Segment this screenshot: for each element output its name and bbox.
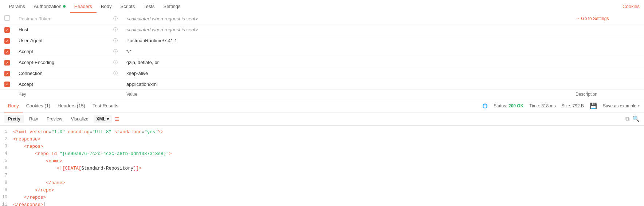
row-checkbox-5[interactable] bbox=[4, 71, 10, 76]
header-key-1: Host bbox=[14, 24, 109, 35]
tab-params[interactable]: Params bbox=[4, 0, 30, 13]
code-content-4: <repo id="{6e99a976-7c2c-4c3c-a8fb-ddb13… bbox=[13, 150, 172, 158]
filter-icon[interactable]: ☰ bbox=[115, 116, 119, 122]
tab-tests[interactable]: Tests bbox=[139, 0, 159, 13]
table-row: Accept ⓘ */* bbox=[0, 46, 644, 57]
format-tab-preview[interactable]: Preview bbox=[43, 115, 66, 123]
info-icon-2[interactable]: ⓘ bbox=[113, 38, 118, 43]
row-checkbox-2[interactable] bbox=[4, 38, 10, 44]
response-tab-body-label: Body bbox=[8, 103, 19, 108]
info-icon-3[interactable]: ⓘ bbox=[113, 49, 118, 54]
tab-settings[interactable]: Settings bbox=[159, 0, 185, 13]
response-tab-headers[interactable]: Headers (15) bbox=[54, 99, 89, 112]
code-content-10: </repos> bbox=[13, 194, 46, 201]
response-status-bar: 🌐 Status: 200 OK Time: 318 ms Size: 792 … bbox=[482, 102, 640, 109]
code-content-11: </response> bbox=[13, 201, 44, 206]
info-icon-4[interactable]: ⓘ bbox=[113, 60, 118, 65]
row-checkbox-0[interactable] bbox=[4, 15, 10, 21]
format-tab-visualize-label: Visualize bbox=[71, 116, 89, 122]
tab-scripts-label: Scripts bbox=[120, 4, 135, 9]
code-content-8: </name> bbox=[13, 179, 65, 187]
format-tab-raw-label: Raw bbox=[29, 116, 38, 122]
header-value-1: <calculated when request is sent> bbox=[122, 24, 571, 35]
save-example-button[interactable]: Save as example ▾ bbox=[603, 103, 640, 108]
table-row: Accept application/xml bbox=[0, 79, 644, 90]
info-icon-0[interactable]: ⓘ bbox=[113, 16, 118, 21]
format-tab-raw[interactable]: Raw bbox=[25, 115, 42, 123]
code-line-5: 5 <name> bbox=[0, 158, 644, 165]
line-number-4: 4 bbox=[0, 150, 13, 157]
status-ok: 200 OK bbox=[508, 103, 523, 108]
line-number-7: 7 bbox=[0, 172, 13, 179]
header-goto-settings[interactable]: → Go to Settings bbox=[571, 13, 644, 24]
text-cursor bbox=[44, 202, 44, 206]
info-icon-1[interactable]: ⓘ bbox=[113, 27, 118, 32]
authorization-dot bbox=[63, 5, 66, 8]
response-tabs-bar: Body Cookies (1) Headers (15) Test Resul… bbox=[0, 99, 644, 112]
row-checkbox-3[interactable] bbox=[4, 49, 10, 55]
code-line-9: 9 </repo> bbox=[0, 187, 644, 194]
status-badge: Status: 200 OK bbox=[494, 103, 523, 108]
tab-headers[interactable]: Headers bbox=[70, 0, 97, 13]
response-tab-cookies[interactable]: Cookies (1) bbox=[23, 99, 54, 112]
tab-params-label: Params bbox=[9, 4, 25, 9]
new-value-input[interactable] bbox=[126, 92, 567, 97]
info-icon-5[interactable]: ⓘ bbox=[113, 71, 118, 76]
row-checkbox-1[interactable] bbox=[4, 27, 10, 33]
headers-table: Postman-Token ⓘ <calculated when request… bbox=[0, 13, 644, 99]
header-value-6: application/xml bbox=[122, 79, 571, 90]
tab-scripts[interactable]: Scripts bbox=[116, 0, 139, 13]
header-key-5: Connection bbox=[14, 68, 109, 79]
table-row: Host ⓘ <calculated when request is sent> bbox=[0, 24, 644, 35]
save-icon: 💾 bbox=[590, 102, 597, 109]
response-tab-cookies-label: Cookies (1) bbox=[26, 103, 50, 108]
tab-body[interactable]: Body bbox=[97, 0, 116, 13]
format-tab-preview-label: Preview bbox=[47, 116, 62, 122]
line-number-3: 3 bbox=[0, 143, 13, 150]
response-tab-body[interactable]: Body bbox=[4, 99, 23, 112]
response-tab-test-results-label: Test Results bbox=[93, 103, 118, 108]
line-number-8: 8 bbox=[0, 179, 13, 186]
cookies-link[interactable]: Cookies bbox=[623, 4, 640, 9]
tab-tests-label: Tests bbox=[144, 4, 154, 9]
tab-settings-label: Settings bbox=[164, 4, 181, 9]
code-line-11: 11 </response> bbox=[0, 201, 644, 206]
tab-headers-label: Headers bbox=[74, 4, 92, 9]
search-icon[interactable]: 🔍 bbox=[632, 115, 640, 122]
new-key-input[interactable] bbox=[19, 92, 105, 97]
line-number-11: 11 bbox=[0, 201, 13, 206]
header-key-0: Postman-Token bbox=[14, 13, 109, 24]
header-key-3: Accept bbox=[14, 46, 109, 57]
response-tab-test-results[interactable]: Test Results bbox=[89, 99, 122, 112]
code-content-7 bbox=[13, 172, 16, 179]
line-number-5: 5 bbox=[0, 158, 13, 165]
header-key-6: Accept bbox=[14, 79, 109, 90]
tab-authorization-label: Authorization bbox=[34, 4, 62, 9]
header-new-row bbox=[0, 90, 644, 99]
header-value-2: PostmanRuntime/7.41.1 bbox=[122, 35, 571, 46]
line-number-9: 9 bbox=[0, 187, 13, 194]
code-content-5: <name> bbox=[13, 158, 62, 165]
new-description-input[interactable] bbox=[576, 92, 640, 97]
line-number-2: 2 bbox=[0, 136, 13, 143]
format-tabs-bar: Pretty Raw Preview Visualize XML ▾ ☰ ⧉ 🔍 bbox=[0, 112, 644, 126]
format-tab-pretty[interactable]: Pretty bbox=[4, 115, 24, 123]
format-tab-visualize[interactable]: Visualize bbox=[67, 115, 92, 123]
table-row: User-Agent ⓘ PostmanRuntime/7.41.1 bbox=[0, 35, 644, 46]
header-value-3: */* bbox=[122, 46, 571, 57]
code-content-2: <response> bbox=[13, 136, 40, 143]
row-checkbox-6[interactable] bbox=[4, 82, 10, 87]
format-tab-pretty-label: Pretty bbox=[8, 116, 20, 122]
response-size: Size: 792 B bbox=[562, 103, 584, 108]
row-checkbox-4[interactable] bbox=[4, 60, 10, 66]
xml-format-dropdown[interactable]: XML ▾ bbox=[94, 115, 112, 123]
table-row: Postman-Token ⓘ <calculated when request… bbox=[0, 13, 644, 24]
code-line-4: 4 <repo id="{6e99a976-7c2c-4c3c-a8fb-ddb… bbox=[0, 150, 644, 158]
header-value-4: gzip, deflate, br bbox=[122, 57, 571, 68]
copy-icon[interactable]: ⧉ bbox=[625, 116, 629, 122]
code-content-9: </repo> bbox=[13, 187, 54, 194]
request-tabs: Params Authorization Headers Body Script… bbox=[0, 0, 644, 13]
code-content-3: <repos> bbox=[13, 143, 43, 150]
tab-authorization[interactable]: Authorization bbox=[30, 0, 70, 13]
response-body-code[interactable]: 1 <?xml version="1.0" encoding="UTF-8" s… bbox=[0, 126, 644, 206]
